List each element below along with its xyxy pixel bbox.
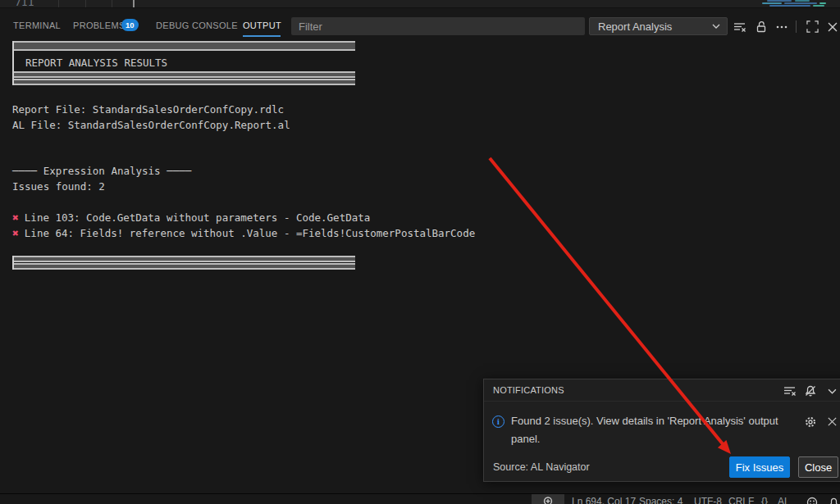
clear-output-icon[interactable] <box>733 20 746 34</box>
collapse-notifications-icon[interactable] <box>825 384 839 398</box>
tab-terminal[interactable]: TERMINAL <box>13 20 61 30</box>
fix-issues-button[interactable]: Fix Issues <box>729 456 790 478</box>
notification-source: Source: AL Navigator <box>493 461 590 473</box>
issue-line: ✖Line 103: Code.GetData without paramete… <box>12 210 370 225</box>
braces-icon: {} <box>761 496 768 504</box>
do-not-disturb-bell-icon[interactable] <box>803 384 817 397</box>
separator-bar <box>12 256 355 262</box>
clear-all-notifications-icon[interactable] <box>783 384 797 397</box>
maximize-panel-icon[interactable] <box>806 20 819 34</box>
minimap-mark <box>819 2 826 4</box>
issue-text: Line 103: Code.GetData without parameter… <box>25 211 370 224</box>
minimap-mark <box>767 0 792 2</box>
tab-debug-console[interactable]: DEBUG CONSOLE <box>156 20 238 30</box>
toolbar-divider <box>796 20 797 33</box>
issue-line: ✖Line 64: Fields! reference without .Val… <box>12 225 475 241</box>
banner-bar <box>12 71 355 78</box>
close-button[interactable]: Close <box>798 456 838 478</box>
status-language-mode[interactable]: AL <box>778 496 790 504</box>
vscode-panel-screenshot: 711 TERMINAL PROBLEMS 10 DEBUG CONSOLE O… <box>0 0 840 504</box>
more-actions-icon[interactable] <box>774 20 788 34</box>
section-title-line: ──── Expression Analysis ──── <box>12 163 191 179</box>
al-file-line: AL File: StandardSalesOrderConfCopy.Repo… <box>12 117 290 133</box>
banner-left-edge <box>12 41 14 85</box>
minimap-mark <box>784 2 817 4</box>
notifications-bell-icon[interactable] <box>829 496 839 504</box>
banner-title: REPORT ANALYSIS RESULTS <box>25 55 167 70</box>
problems-count-badge: 10 <box>121 19 139 31</box>
minimap-mark <box>813 5 824 7</box>
issues-found-line: Issues found: 2 <box>12 179 105 194</box>
editor-line-number: 711 <box>15 0 34 8</box>
status-indicator-box[interactable] <box>532 494 564 504</box>
error-x-icon: ✖ <box>12 211 19 224</box>
indent-guide <box>85 0 86 8</box>
tab-problems[interactable]: PROBLEMS <box>73 20 126 30</box>
output-filter-input[interactable] <box>291 17 585 35</box>
notifications-title: NOTIFICATIONS <box>493 385 564 395</box>
circle-plus-icon <box>543 496 553 504</box>
status-bar: Ln 694, Col 17 Spaces: 4 UTF-8 CRLF {} A… <box>0 493 840 504</box>
separator-bar <box>12 263 355 270</box>
notification-close-icon[interactable] <box>825 415 839 429</box>
status-eol[interactable]: CRLF <box>728 496 754 504</box>
output-channel-label: Report Analysis <box>598 20 712 33</box>
notification-message: Found 2 issue(s). View details in 'Repor… <box>511 412 790 448</box>
banner-bar <box>12 79 355 85</box>
panel-tabbar: TERMINAL PROBLEMS 10 DEBUG CONSOLE OUTPU… <box>0 8 840 39</box>
info-icon: i <box>492 415 504 428</box>
editor-cursor-line <box>133 0 135 8</box>
status-encoding[interactable]: UTF-8 <box>694 496 722 504</box>
report-file-line: Report File: StandardSalesOrderConfCopy.… <box>12 102 284 117</box>
minimap-mark <box>762 2 782 4</box>
active-tab-underline <box>243 35 281 37</box>
indent-guide <box>58 0 59 8</box>
close-panel-icon[interactable] <box>825 20 839 34</box>
banner-bar <box>12 41 355 51</box>
status-indentation[interactable]: Spaces: 4 <box>639 496 682 504</box>
error-x-icon: ✖ <box>12 227 19 239</box>
tab-output[interactable]: OUTPUT <box>243 20 281 30</box>
minimap-code <box>759 0 831 8</box>
minimap-mark <box>769 5 810 7</box>
minimap-mark <box>795 0 810 2</box>
unlock-icon[interactable] <box>754 20 768 34</box>
indent-guide <box>112 0 112 8</box>
output-channel-dropdown[interactable]: Report Analysis <box>589 17 728 35</box>
notification-settings-gear-icon[interactable] <box>803 415 817 429</box>
issue-text: Line 64: Fields! reference without .Valu… <box>25 227 475 239</box>
notifications-panel: NOTIFICATIONS i Found 2 issue(s). View d… <box>483 379 840 482</box>
feedback-smiley-icon[interactable] <box>806 496 818 504</box>
status-cursor-position[interactable]: Ln 694, Col 17 <box>572 496 636 504</box>
editor-bottom-strip: 711 <box>0 0 840 8</box>
separator-left-edge <box>12 256 14 270</box>
chevron-down-icon <box>712 24 720 29</box>
notifications-header: NOTIFICATIONS <box>484 379 840 402</box>
